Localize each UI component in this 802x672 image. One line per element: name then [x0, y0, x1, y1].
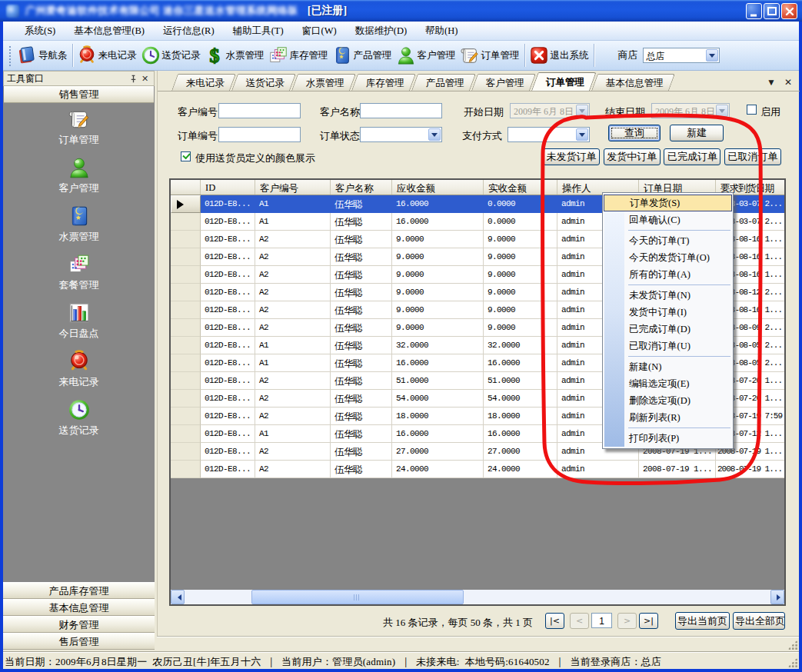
- grid-header-id[interactable]: ID: [201, 180, 255, 195]
- end-date-picker[interactable]: 2009年 6月 8日: [651, 103, 730, 118]
- context-menu-item[interactable]: 今天的发货订单(O): [604, 249, 732, 266]
- scrollbar-thumb[interactable]: [251, 590, 464, 604]
- grid-header-selector[interactable]: [171, 180, 201, 195]
- toolbar-button[interactable]: 客户管理: [394, 43, 458, 68]
- chevron-down-icon[interactable]: [576, 128, 588, 141]
- sidebar-item[interactable]: 送货记录: [3, 394, 155, 442]
- close-sidebar-icon[interactable]: ✕: [139, 73, 151, 84]
- table-row[interactable]: 012D-E8... A2 伍华聪 24.0000 24.0000 admin …: [171, 461, 784, 478]
- toolbar-button[interactable]: 产品管理: [331, 43, 394, 68]
- context-menu-item[interactable]: 发货中订单(I): [604, 304, 732, 321]
- toolbar-grip[interactable]: [8, 45, 12, 66]
- sidebar-item[interactable]: 套餐管理: [3, 248, 155, 297]
- menu-item[interactable]: 帮助(H): [416, 22, 467, 40]
- grid-header-receivable[interactable]: 应收金额: [392, 180, 484, 195]
- context-menu-item[interactable]: 新建(N): [604, 358, 732, 375]
- menu-item[interactable]: 辅助工具(T): [224, 22, 293, 40]
- sidebar-group[interactable]: 产品库存管理: [3, 582, 155, 599]
- row-selector[interactable]: [171, 319, 201, 337]
- toolbar-button[interactable]: 退出系统: [527, 43, 591, 68]
- row-selector[interactable]: [171, 213, 201, 231]
- row-selector[interactable]: [171, 337, 201, 354]
- tab[interactable]: 水票管理: [291, 74, 356, 91]
- toolbar-button[interactable]: 库存管理: [267, 43, 331, 68]
- grid-header-customer-no[interactable]: 客户编号: [255, 180, 331, 195]
- tab-close-icon[interactable]: ✕: [783, 77, 794, 88]
- menu-item[interactable]: 运行信息(R): [154, 22, 224, 40]
- toolbar-button[interactable]: 水票管理: [203, 43, 267, 68]
- toolbar-button[interactable]: 来电记录: [75, 43, 139, 68]
- sidebar-group-sales[interactable]: 销售管理: [4, 86, 154, 103]
- row-selector[interactable]: [171, 443, 201, 461]
- sidebar-item[interactable]: 来电记录: [3, 345, 155, 394]
- tab[interactable]: 库存管理: [351, 74, 416, 91]
- row-selector[interactable]: [171, 354, 201, 372]
- prev-page-button[interactable]: <: [570, 613, 589, 629]
- row-selector[interactable]: [171, 461, 201, 478]
- sidebar-item[interactable]: 客户管理: [3, 151, 155, 200]
- tab[interactable]: 产品管理: [411, 74, 476, 91]
- tab-list-dropdown-icon[interactable]: ▼: [766, 77, 777, 88]
- menu-item[interactable]: 系统(S): [15, 22, 65, 40]
- context-menu-item[interactable]: 所有的订单(A): [604, 266, 732, 283]
- row-selector[interactable]: [171, 284, 201, 301]
- customer-name-input[interactable]: [360, 103, 442, 118]
- context-menu-item[interactable]: 删除选定项(D): [604, 392, 732, 409]
- order-no-input[interactable]: [218, 127, 301, 142]
- resize-grip[interactable]: [787, 640, 797, 650]
- first-page-button[interactable]: |<: [545, 613, 564, 629]
- row-selector[interactable]: [171, 408, 201, 425]
- sidebar-item[interactable]: 水票管理: [3, 200, 155, 248]
- maximize-button[interactable]: [764, 3, 780, 19]
- export-current-button[interactable]: 导出当前页: [675, 612, 730, 630]
- filter-button[interactable]: 发货中订单: [604, 148, 661, 165]
- context-menu-item[interactable]: 打印列表(P): [604, 430, 732, 447]
- chevron-down-icon[interactable]: [428, 128, 441, 141]
- horizontal-scrollbar[interactable]: [171, 590, 784, 604]
- context-menu-item[interactable]: 今天的订单(T): [604, 232, 732, 249]
- menu-item[interactable]: 数据维护(D): [346, 22, 416, 40]
- tab[interactable]: 来电记录: [171, 74, 236, 91]
- context-menu-item[interactable]: 已完成订单(D): [604, 321, 732, 338]
- menu-item[interactable]: 基本信息管理(B): [65, 22, 154, 40]
- tab[interactable]: 基本信息管理: [591, 74, 675, 91]
- color-checkbox[interactable]: [181, 151, 191, 161]
- start-date-picker[interactable]: 2009年 6月 8日: [510, 103, 590, 118]
- filter-button[interactable]: 已完成订单: [664, 148, 720, 165]
- resize-grip[interactable]: [787, 657, 797, 667]
- row-selector[interactable]: [171, 372, 201, 390]
- toolbar-button[interactable]: 订单管理: [458, 43, 522, 68]
- toolbar-button[interactable]: 导航条: [15, 43, 70, 68]
- row-selector[interactable]: [171, 231, 201, 248]
- tab[interactable]: 订单管理: [531, 72, 597, 91]
- pay-method-select[interactable]: [507, 127, 590, 142]
- minimize-button[interactable]: [746, 3, 762, 19]
- row-selector[interactable]: [171, 266, 201, 284]
- shop-select[interactable]: 总店: [643, 48, 720, 63]
- context-menu-item[interactable]: 回单确认(C): [604, 211, 732, 228]
- menu-item[interactable]: 窗口(W): [293, 22, 346, 40]
- toolbar-button[interactable]: 送货记录: [139, 43, 203, 68]
- last-page-button[interactable]: >|: [639, 613, 658, 629]
- next-page-button[interactable]: >: [617, 613, 637, 629]
- context-menu-item[interactable]: 刷新列表(R): [604, 409, 732, 426]
- enable-checkbox[interactable]: [747, 105, 757, 115]
- export-all-button[interactable]: 导出全部页: [733, 612, 785, 630]
- row-selector[interactable]: [171, 248, 201, 266]
- context-menu-item[interactable]: 编辑选定项(E): [604, 375, 732, 392]
- filter-button[interactable]: 未发货订单: [543, 148, 600, 165]
- sidebar-group[interactable]: 售后管理: [3, 633, 155, 650]
- tab[interactable]: 客户管理: [471, 74, 536, 91]
- row-selector[interactable]: [171, 390, 201, 408]
- row-selector[interactable]: [171, 195, 201, 213]
- customer-no-input[interactable]: [218, 103, 301, 118]
- new-button[interactable]: 新建: [670, 125, 724, 141]
- chevron-down-icon[interactable]: [706, 49, 718, 62]
- sidebar-group[interactable]: 财务管理: [3, 616, 155, 633]
- page-number-input[interactable]: [591, 613, 612, 628]
- row-selector[interactable]: [171, 301, 201, 319]
- filter-button[interactable]: 已取消订单: [724, 148, 781, 165]
- scroll-left-icon[interactable]: [171, 590, 185, 604]
- context-menu-item[interactable]: 已取消订单(U): [604, 338, 732, 354]
- sidebar-item[interactable]: 今日盘点: [3, 297, 155, 345]
